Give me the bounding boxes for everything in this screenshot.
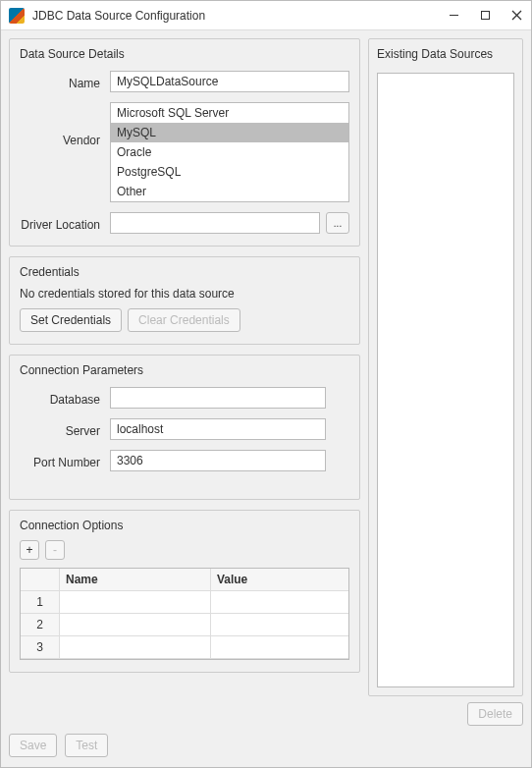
bottom-actions: Save Test	[1, 734, 531, 767]
vendor-option[interactable]: Other	[111, 182, 348, 201]
app-icon	[9, 8, 25, 24]
group-title-credentials: Credentials	[20, 265, 349, 279]
vendor-option[interactable]: Microsoft SQL Server	[111, 103, 348, 123]
option-name-cell[interactable]	[60, 591, 211, 613]
titlebar: JDBC Data Source Configuration	[1, 1, 531, 30]
connection-options-group: Connection Options + - Name Value 123	[9, 510, 360, 673]
option-value-cell[interactable]	[211, 591, 348, 613]
existing-data-sources-list[interactable]	[377, 73, 514, 687]
row-number-cell: 1	[21, 591, 60, 613]
table-row[interactable]: 1	[21, 591, 348, 614]
vendor-row: Vendor Microsoft SQL ServerMySQLOraclePo…	[20, 102, 349, 202]
existing-data-sources-group: Existing Data Sources	[368, 38, 523, 696]
credentials-message: No credentials stored for this data sour…	[20, 287, 349, 301]
database-input[interactable]	[110, 387, 326, 409]
save-button[interactable]: Save	[9, 734, 57, 757]
window: JDBC Data Source Configuration Data Sour…	[0, 0, 532, 768]
group-title-options: Connection Options	[20, 519, 349, 532]
database-label: Database	[20, 390, 104, 407]
server-input[interactable]	[110, 418, 326, 440]
port-number-label: Port Number	[20, 453, 104, 469]
row-number-cell: 3	[21, 636, 60, 658]
option-value-cell[interactable]	[211, 614, 348, 635]
vendor-option[interactable]: PostgreSQL	[111, 162, 348, 182]
option-name-cell[interactable]	[60, 636, 211, 658]
credentials-group: Credentials No credentials stored for th…	[9, 256, 360, 345]
name-column-header: Name	[60, 569, 211, 590]
name-input[interactable]	[110, 71, 349, 92]
port-row: Port Number	[20, 450, 349, 471]
driver-location-label: Driver Location	[20, 215, 104, 232]
vendor-option[interactable]: MySQL	[111, 123, 348, 142]
test-button[interactable]: Test	[65, 734, 108, 757]
vendor-listbox[interactable]: Microsoft SQL ServerMySQLOraclePostgreSQ…	[110, 102, 349, 202]
window-title: JDBC Data Source Configuration	[32, 9, 447, 23]
server-label: Server	[20, 421, 104, 438]
remove-option-button[interactable]: -	[45, 540, 65, 560]
window-controls	[447, 9, 523, 23]
right-column: Existing Data Sources Delete	[368, 38, 523, 726]
group-title-details: Data Source Details	[20, 47, 349, 61]
delete-data-source-button[interactable]: Delete	[467, 702, 523, 726]
maximize-button[interactable]	[478, 9, 492, 23]
table-row[interactable]: 3	[21, 636, 348, 659]
set-credentials-button[interactable]: Set Credentials	[20, 308, 122, 332]
driver-row: Driver Location ...	[20, 212, 349, 234]
left-column: Data Source Details Name Vendor Microsof…	[9, 38, 360, 726]
port-number-input[interactable]	[110, 450, 326, 471]
svg-rect-1	[481, 12, 489, 20]
server-row: Server	[20, 418, 349, 440]
connection-parameters-group: Connection Parameters Database Server Po…	[9, 355, 360, 500]
vendor-label: Vendor	[20, 102, 104, 147]
clear-credentials-button[interactable]: Clear Credentials	[128, 308, 240, 332]
close-button[interactable]	[509, 9, 523, 23]
content-area: Data Source Details Name Vendor Microsof…	[1, 30, 531, 734]
row-number-header	[21, 569, 60, 590]
name-label: Name	[20, 74, 104, 90]
add-option-button[interactable]: +	[20, 540, 39, 560]
vendor-option[interactable]: Oracle	[111, 142, 348, 162]
value-column-header: Value	[211, 569, 348, 590]
browse-driver-button[interactable]: ...	[326, 212, 349, 234]
option-value-cell[interactable]	[211, 636, 348, 658]
minimize-button[interactable]	[447, 9, 460, 23]
options-table-header: Name Value	[21, 569, 348, 591]
driver-location-input[interactable]	[110, 212, 320, 234]
option-name-cell[interactable]	[60, 614, 211, 635]
database-row: Database	[20, 387, 349, 409]
group-title-existing: Existing Data Sources	[377, 47, 514, 61]
name-row: Name	[20, 71, 349, 92]
data-source-details-group: Data Source Details Name Vendor Microsof…	[9, 38, 360, 247]
group-title-connection: Connection Parameters	[20, 363, 349, 377]
options-table: Name Value 123	[20, 568, 349, 660]
table-row[interactable]: 2	[21, 614, 348, 636]
row-number-cell: 2	[21, 614, 60, 635]
